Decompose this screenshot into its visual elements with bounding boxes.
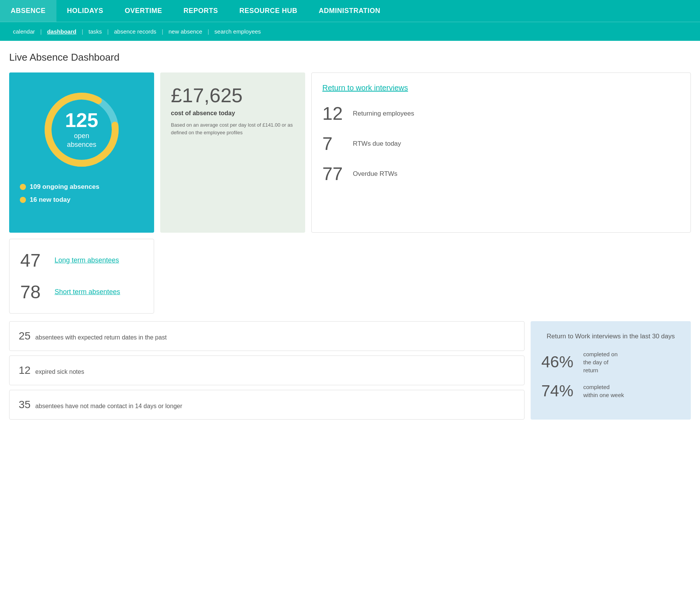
returning-employees-row: 12 Returning employees xyxy=(322,103,680,124)
subnav-dashboard[interactable]: dashboard xyxy=(42,27,82,36)
page-content: Live Absence Dashboard 125 openabsences xyxy=(0,41,700,592)
alert-card-return-dates: 25 absentees with expected return dates … xyxy=(9,321,525,351)
rtw-due-today-num: 7 xyxy=(322,133,345,154)
new-today-text: 16 new today xyxy=(30,196,71,204)
alert-num-1: 25 xyxy=(19,330,31,342)
donut-number: 125 xyxy=(65,110,98,130)
top-navigation: ABSENCE HOLIDAYS OVERTIME REPORTS RESOUR… xyxy=(0,0,700,22)
rtw-stats-card: Return to Work interviews in the last 30… xyxy=(531,321,691,420)
alert-desc-3: absentees have not made contact in 14 da… xyxy=(35,403,182,409)
cost-card: £17,625 cost of absence today Based on a… xyxy=(160,72,305,233)
absentees-card: 47 Long term absentees 78 Short term abs… xyxy=(9,239,154,314)
nav-administration[interactable]: ADMINISTRATION xyxy=(308,0,391,22)
overdue-rtw-label: Overdue RTWs xyxy=(353,170,397,178)
rtw-pct-1: 46% xyxy=(541,353,576,371)
alert-card-sick-notes: 12 expired sick notes xyxy=(9,356,525,385)
alerts-column: 25 absentees with expected return dates … xyxy=(9,321,525,420)
rtw-stat-row-2: 74% completedwithin one week xyxy=(541,382,680,400)
donut-chart-container: 125 openabsences xyxy=(20,88,143,172)
returning-employees-num: 12 xyxy=(322,103,345,124)
new-today-legend: 16 new today xyxy=(20,196,71,204)
returning-employees-label: Returning employees xyxy=(353,110,414,117)
nav-holidays[interactable]: HOLIDAYS xyxy=(56,0,114,22)
rtw-stat-desc-2: completedwithin one week xyxy=(583,383,624,399)
overdue-rtw-num: 77 xyxy=(322,163,345,184)
rtw-title-link[interactable]: Return to work interviews xyxy=(322,84,680,92)
cost-amount: £17,625 xyxy=(171,84,294,107)
donut-label: openabsences xyxy=(65,132,98,150)
alert-num-3: 35 xyxy=(19,399,31,410)
donut-chart: 125 openabsences xyxy=(40,88,124,172)
sub-navigation: calendar | dashboard | tasks | absence r… xyxy=(0,22,700,41)
cost-description: Based on an average cost per day lost of… xyxy=(171,121,294,136)
long-term-num: 47 xyxy=(20,250,47,271)
alert-desc-1: absentees with expected return dates in … xyxy=(35,334,167,341)
subnav-calendar[interactable]: calendar xyxy=(8,27,40,36)
overdue-rtw-row: 77 Overdue RTWs xyxy=(322,163,680,184)
subnav-new-absence[interactable]: new absence xyxy=(163,27,208,36)
subnav-tasks[interactable]: tasks xyxy=(83,27,107,36)
rtw-stats-title: Return to Work interviews in the last 30… xyxy=(541,332,680,341)
subnav-search-employees[interactable]: search employees xyxy=(209,27,266,36)
nav-overtime[interactable]: OVERTIME xyxy=(114,0,173,22)
open-absences-card: 125 openabsences 109 ongoing absences 16… xyxy=(9,72,154,233)
short-term-row: 78 Short term absentees xyxy=(20,282,143,302)
alert-card-no-contact: 35 absentees have not made contact in 14… xyxy=(9,390,525,420)
rtw-stat-row-1: 46% completed onthe day ofreturn xyxy=(541,350,680,374)
ongoing-legend: 109 ongoing absences xyxy=(20,183,99,191)
short-term-link[interactable]: Short term absentees xyxy=(55,288,120,296)
rtw-card: Return to work interviews 12 Returning e… xyxy=(311,72,691,233)
cost-label: cost of absence today xyxy=(171,110,294,117)
short-term-num: 78 xyxy=(20,282,47,302)
ongoing-dot xyxy=(20,184,26,190)
rtw-pct-2: 74% xyxy=(541,382,576,400)
page-title: Live Absence Dashboard xyxy=(9,51,691,63)
subnav-absence-records[interactable]: absence records xyxy=(109,27,162,36)
nav-reports[interactable]: REPORTS xyxy=(173,0,229,22)
rtw-due-today-label: RTWs due today xyxy=(353,140,401,148)
alert-desc-2: expired sick notes xyxy=(35,368,84,375)
rtw-due-today-row: 7 RTWs due today xyxy=(322,133,680,154)
donut-center-text: 125 openabsences xyxy=(65,110,98,150)
new-today-dot xyxy=(20,197,26,203)
rtw-stat-desc-1: completed onthe day ofreturn xyxy=(583,350,618,374)
long-term-link[interactable]: Long term absentees xyxy=(55,256,119,264)
dashboard-grid: 125 openabsences 109 ongoing absences 16… xyxy=(9,72,691,314)
bottom-grid: 25 absentees with expected return dates … xyxy=(9,321,691,420)
alert-num-2: 12 xyxy=(19,364,31,376)
long-term-row: 47 Long term absentees xyxy=(20,250,143,271)
nav-absence[interactable]: ABSENCE xyxy=(0,0,56,22)
nav-resource-hub[interactable]: RESOURCE HUB xyxy=(229,0,308,22)
ongoing-text: 109 ongoing absences xyxy=(30,183,99,191)
